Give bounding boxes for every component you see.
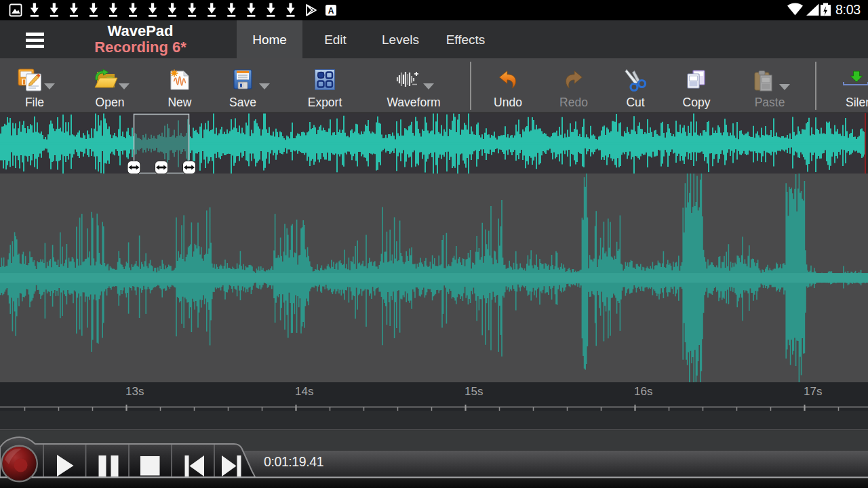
svg-text:A: A bbox=[328, 6, 334, 16]
svg-text:0:01:19.41: 0:01:19.41 bbox=[264, 454, 323, 469]
